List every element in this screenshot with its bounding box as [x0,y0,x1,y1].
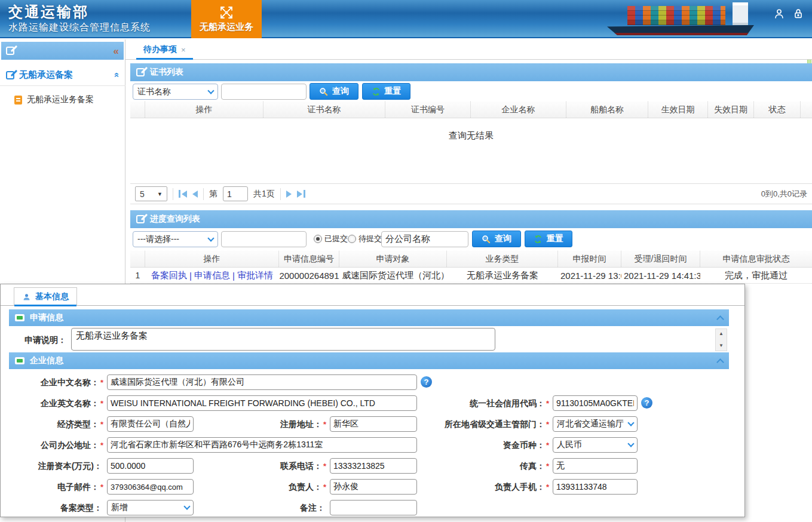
fax-input[interactable] [553,458,638,474]
record-type-select[interactable]: 新增 [107,500,194,515]
email-input[interactable] [107,479,194,495]
col-header[interactable]: 操作 [145,251,279,267]
reg-addr-input[interactable] [330,416,417,432]
app-title: 交通运输部 [8,2,89,22]
tab-basic-info[interactable]: 基本信息 [14,287,77,306]
certificate-search-row: 证书名称 查询 重置 [130,82,812,102]
section-title: 申请信息 [30,312,63,323]
progress-reset-button[interactable]: 重置 [525,231,572,247]
edit-icon [6,71,14,79]
cell-accept-time: 2021-11-29 14:41:39 [621,268,700,283]
col-header[interactable]: 操作 [145,102,263,118]
apply-info-section-header[interactable]: 申请信息 [9,309,729,326]
workspace-tabbar: 待办事项 × [125,39,812,60]
principal-input[interactable] [330,479,417,495]
col-header[interactable]: 证书编号 [385,102,471,118]
col-header[interactable]: 生效日期 [648,102,708,118]
detail-modal: 基本信息 申请信息 申请说明： 无船承运业务备案 ▲ ▼ 企业信息 企业中文名称… [0,284,745,517]
col-header[interactable]: 失效日期 [708,102,754,118]
prev-page-button[interactable] [192,191,198,198]
radio-submitted[interactable]: 已提交 [314,234,348,244]
branch-name-input[interactable] [381,231,468,247]
col-header[interactable]: 申请信息编号 [279,251,339,267]
ship-hull [607,25,754,35]
page-label: 第 [209,189,217,199]
econ-type-input[interactable] [107,416,194,432]
collapse-section-icon[interactable] [716,315,724,323]
scroll-up-icon[interactable]: ▲ [719,331,724,336]
progress-search-button[interactable]: 查询 [472,231,521,247]
col-header[interactable]: 船舶名称 [566,102,648,118]
table-row[interactable]: 1 备案回执 | 申请信息 | 审批详情 200000264891 威速国际货运… [130,268,812,284]
sidebar-item-nvocc-business-record[interactable]: 无船承运业务备案 [0,91,125,109]
app-header: 交通运输部 水路运输建设综合管理信息系统 无船承运业务 [0,0,812,38]
fax-label: 传真：* [419,458,549,474]
progress-filter-input[interactable] [221,231,307,247]
card-icon [15,357,24,364]
page-number-input[interactable] [223,186,248,201]
sidebar-collapse-icon[interactable]: « [114,46,119,56]
link-approval-detail[interactable]: 审批详情 [237,270,273,281]
col-header[interactable]: 业务类型 [447,251,558,267]
reg-capital-input[interactable] [107,458,194,474]
progress-filter-select[interactable]: ---请选择--- [133,231,218,247]
radio-pending[interactable]: 待提交 [348,234,382,244]
col-header[interactable]: 状态 [754,102,801,118]
link-record-receipt[interactable]: 备案回执 [151,270,187,281]
col-header[interactable]: 申报时间 [558,251,621,267]
chevron-down-icon [207,87,214,94]
col-header[interactable]: 企业名称 [471,102,566,118]
help-icon[interactable]: ? [641,397,652,409]
card-icon [15,314,24,321]
sidebar-group-nvocc-record[interactable]: 无船承运备案 « [0,65,125,86]
tab-label: 待办事项 [143,44,177,55]
col-header[interactable]: 申请对象 [339,251,447,267]
edit-icon [136,68,145,76]
apply-desc-textarea[interactable]: 无船承运业务备案 [71,328,495,351]
sidebar-header-bar: « [1,42,124,60]
apply-desc-label: 申请说明： [8,332,68,348]
last-page-button[interactable] [297,190,305,198]
reg-capital-label: 注册资本(万元)： [13,458,103,474]
authority-select[interactable]: 河北省交通运输厅 [553,416,638,432]
next-page-button[interactable] [286,191,292,198]
page-size-select[interactable]: 5 ▼ [135,186,167,201]
en-name-input[interactable] [107,395,417,411]
cn-name-input[interactable] [107,374,417,390]
currency-select[interactable]: 人民币 [553,437,638,453]
phone-input[interactable] [330,458,417,474]
office-addr-input[interactable] [107,437,417,453]
tab-todo-items[interactable]: 待办事项 × [136,41,193,60]
tab-close-icon[interactable]: × [181,45,186,54]
phone-label: 联系电话：* [237,458,326,474]
credit-code-label: 统一社会信用代码：* [419,395,549,411]
col-header[interactable]: 申请信息审批状态 [700,251,812,267]
certificate-filter-input[interactable] [221,84,307,100]
tab-label: 基本信息 [35,291,69,302]
principal-mobile-input[interactable] [553,479,638,495]
collapse-section-icon[interactable] [716,358,724,366]
col-header[interactable]: 受理/退回时间 [621,251,700,267]
email-label: 电子邮件：* [13,479,103,495]
scroll-down-icon[interactable]: ▼ [719,343,724,348]
section-title: 企业信息 [30,355,63,366]
lock-icon[interactable] [792,7,805,20]
chevron-collapse-icon[interactable]: « [112,72,121,77]
certificate-search-button[interactable]: 查询 [310,83,358,100]
module-button-nvocc[interactable]: 无船承运业务 [191,0,262,38]
refresh-icon [372,87,381,96]
user-icon[interactable] [773,7,786,20]
first-page-button[interactable] [179,190,187,198]
row-index: 1 [130,268,145,283]
credit-code-input[interactable] [553,395,638,411]
help-icon[interactable]: ? [421,376,432,388]
col-header[interactable]: 证书名称 [263,102,385,118]
certificate-reset-button[interactable]: 重置 [362,83,410,100]
expand-arrows-icon [219,5,234,20]
module-button-label: 无船承运业务 [200,22,253,33]
company-info-section-header[interactable]: 企业信息 [9,352,729,369]
link-application-info[interactable]: 申请信息 [194,270,230,281]
certificate-filter-select[interactable]: 证书名称 [133,84,218,100]
edit-icon [136,215,145,223]
remark-input[interactable] [330,500,417,515]
